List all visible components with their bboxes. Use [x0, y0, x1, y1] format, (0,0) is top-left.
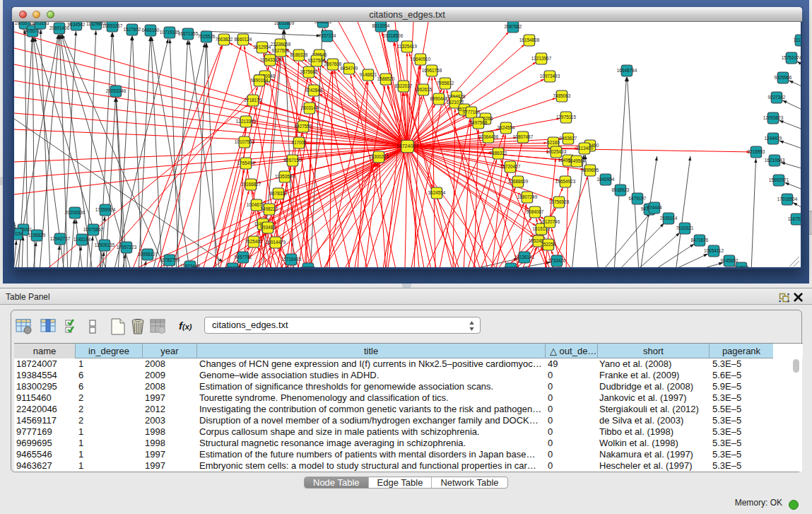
svg-text:18300275: 18300275 [368, 154, 389, 159]
svg-text:9327506: 9327506 [307, 58, 325, 63]
svg-text:8454749: 8454749 [340, 66, 358, 71]
svg-text:16640910: 16640910 [410, 57, 430, 62]
svg-text:9245652: 9245652 [720, 258, 738, 263]
svg-text:9084067: 9084067 [526, 209, 543, 214]
svg-text:16914479: 16914479 [265, 240, 286, 245]
svg-text:7632621: 7632621 [676, 226, 693, 230]
svg-text:12213967: 12213967 [531, 56, 551, 61]
svg-text:11923448: 11923448 [180, 264, 200, 267]
svg-text:924504: 924504 [734, 265, 749, 267]
svg-text:1733426: 1733426 [548, 258, 565, 263]
svg-text:1362615: 1362615 [414, 87, 432, 92]
svg-text:8427552: 8427552 [294, 124, 312, 129]
svg-text:1649564: 1649564 [567, 158, 585, 163]
svg-text:6466160: 6466160 [141, 28, 159, 33]
svg-text:8678332: 8678332 [269, 191, 287, 196]
svg-text:10807487: 10807487 [512, 134, 533, 139]
svg-text:1588520: 1588520 [377, 76, 394, 81]
svg-text:933071: 933071 [14, 224, 17, 229]
svg-text:2087682: 2087682 [504, 24, 522, 29]
svg-text:17359924: 17359924 [95, 207, 115, 212]
svg-text:9227342: 9227342 [767, 95, 785, 100]
svg-text:19756928: 19756928 [548, 199, 569, 204]
svg-text:10653267: 10653267 [102, 23, 122, 28]
svg-text:10958107: 10958107 [137, 252, 158, 257]
svg-text:11325419: 11325419 [397, 44, 417, 49]
svg-text:9777169: 9777169 [462, 110, 480, 115]
svg-text:15692971: 15692971 [768, 177, 789, 182]
svg-text:20364436: 20364436 [478, 134, 498, 139]
svg-text:1156829: 1156829 [28, 233, 45, 238]
svg-text:16210643: 16210643 [764, 158, 784, 163]
svg-text:8322037: 8322037 [394, 83, 412, 88]
svg-text:16154808: 16154808 [519, 37, 539, 42]
svg-text:62160: 62160 [547, 140, 560, 145]
svg-text:10107552: 10107552 [234, 139, 254, 144]
svg-text:8267150: 8267150 [283, 158, 301, 163]
svg-text:16120746: 16120746 [539, 219, 560, 224]
svg-text:8471676: 8471676 [690, 238, 708, 243]
svg-text:2867608: 2867608 [324, 62, 341, 66]
svg-text:10688609: 10688609 [507, 179, 528, 184]
svg-text:1765494: 1765494 [237, 160, 254, 165]
svg-text:771201: 771201 [225, 266, 240, 267]
svg-text:16543382: 16543382 [259, 57, 280, 62]
svg-text:993489: 993489 [260, 225, 276, 230]
svg-text:16671355: 16671355 [177, 31, 198, 36]
svg-text:3912954: 3912954 [253, 45, 271, 49]
svg-text:10973493: 10973493 [539, 74, 560, 78]
svg-text:901123: 901123 [503, 266, 518, 267]
svg-text:974444: 974444 [647, 205, 662, 210]
svg-text:10719185: 10719185 [159, 30, 180, 35]
svg-text:18724007: 18724007 [396, 144, 418, 148]
svg-text:7357224: 7357224 [318, 33, 336, 38]
svg-text:1527602: 1527602 [123, 27, 141, 32]
svg-text:8938923: 8938923 [611, 187, 629, 192]
svg-text:983321: 983321 [300, 266, 316, 267]
svg-text:12505135: 12505135 [94, 243, 114, 247]
svg-text:2935114: 2935114 [659, 216, 677, 221]
svg-text:9327505: 9327505 [271, 48, 289, 53]
svg-text:9463627: 9463627 [559, 136, 577, 141]
svg-text:10025433: 10025433 [546, 149, 566, 154]
svg-text:16648784: 16648784 [616, 68, 637, 73]
svg-text:6479197: 6479197 [628, 196, 646, 201]
svg-text:3875685: 3875685 [300, 69, 317, 74]
svg-text:15716485: 15716485 [281, 257, 301, 262]
svg-text:7515526: 7515526 [197, 34, 215, 39]
svg-text:8990448: 8990448 [430, 96, 447, 101]
svg-text:16782759: 16782759 [159, 257, 180, 262]
svg-text:15720407: 15720407 [500, 164, 520, 169]
svg-text:2718176: 2718176 [244, 98, 261, 103]
svg-text:7485063: 7485063 [553, 93, 570, 98]
svg-text:20053346: 20053346 [105, 88, 126, 93]
svg-text:7955812: 7955812 [436, 81, 454, 86]
svg-text:1167533: 1167533 [787, 216, 800, 221]
svg-text:12213349: 12213349 [235, 119, 256, 124]
svg-text:6497568: 6497568 [469, 120, 487, 125]
svg-text:9242848: 9242848 [305, 88, 322, 93]
svg-text:16033809: 16033809 [273, 22, 294, 25]
svg-text:7663822: 7663822 [215, 37, 233, 42]
svg-text:14136141: 14136141 [514, 255, 534, 259]
svg-text:1203153: 1203153 [31, 22, 49, 25]
svg-text:18807249: 18807249 [517, 194, 537, 199]
svg-text:111243: 111243 [793, 37, 800, 42]
svg-text:12942737: 12942737 [49, 236, 70, 241]
svg-text:3624554: 3624554 [428, 190, 445, 195]
svg-text:9634542: 9634542 [67, 22, 85, 27]
svg-text:17957223: 17957223 [116, 245, 136, 250]
svg-text:252254: 252254 [541, 242, 556, 247]
svg-text:10654112: 10654112 [704, 248, 724, 253]
svg-text:9329966: 9329966 [774, 75, 792, 80]
svg-text:1244419: 1244419 [764, 136, 782, 141]
svg-text:9890164: 9890164 [250, 78, 268, 83]
svg-text:9146821: 9146821 [359, 72, 377, 77]
svg-text:19166827: 19166827 [240, 182, 261, 187]
svg-text:12975115: 12975115 [556, 115, 576, 119]
svg-text:9457791: 9457791 [234, 255, 252, 259]
svg-text:17016504: 17016504 [777, 197, 797, 201]
svg-text:1640954: 1640954 [596, 177, 614, 182]
svg-text:20206536: 20206536 [64, 210, 85, 215]
svg-text:39154: 39154 [14, 231, 23, 236]
